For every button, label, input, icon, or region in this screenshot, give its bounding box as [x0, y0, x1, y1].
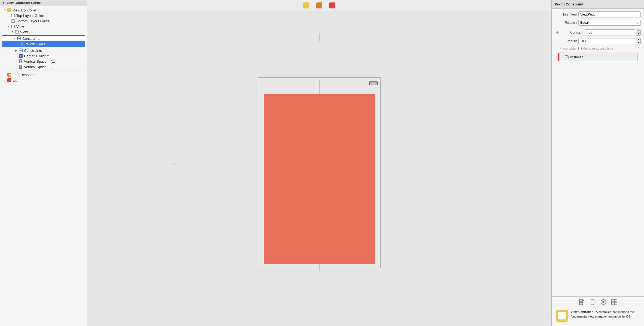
- bottom-icon-doc[interactable]: [578, 299, 585, 305]
- tree-item-vert-space-2[interactable]: Vertical Space – (…: [0, 64, 87, 70]
- bottom-icon-grid[interactable]: [611, 299, 618, 305]
- tree-item-constraints[interactable]: Constraints: [2, 36, 85, 41]
- tree-item-vert-space-1[interactable]: Vertical Space – (…: [0, 59, 87, 64]
- placeholder-row: Placeholder Remove at build time: [555, 47, 641, 50]
- top-tick: [319, 33, 320, 41]
- bottom-icon-phone[interactable]: [589, 299, 596, 305]
- toolbar-icon-yellow[interactable]: [302, 2, 310, 9]
- tree-area: View Controller Top Layout Guide Bottom …: [0, 6, 87, 326]
- label-bottom-layout: Bottom Layout Guide: [16, 19, 50, 23]
- svg-point-15: [592, 304, 593, 304]
- icon-vert-space-2: [19, 65, 23, 69]
- label-view-inner: View: [20, 30, 28, 34]
- width-indicator: [264, 262, 375, 264]
- tree-item-view-outer[interactable]: View: [0, 24, 87, 29]
- triangle-constraints-2: [15, 49, 18, 52]
- first-item-label: First Item: [555, 13, 577, 16]
- svg-rect-20: [612, 302, 614, 305]
- vc-logo-inner: [558, 312, 566, 319]
- first-item-row: First Item View.Width ⌄: [555, 11, 641, 17]
- relation-arrow: ⌄: [637, 21, 639, 24]
- label-top-layout: Top Layout Guide: [16, 14, 44, 18]
- placeholder-label: Placeholder: [555, 47, 577, 50]
- bottom-icons: [578, 299, 618, 305]
- triangle-vc: [4, 9, 7, 11]
- scene-title: View Controller Scene: [6, 1, 41, 5]
- tree-item-exit[interactable]: → Exit: [0, 77, 87, 83]
- icon-vert-space-1: [19, 59, 23, 64]
- phone-frame: [258, 77, 381, 268]
- label-vert-space-2: Vertical Space – (…: [24, 65, 55, 69]
- canvas-area: [87, 11, 551, 326]
- constant-stepper-up[interactable]: ▲: [636, 29, 640, 32]
- priority-stepper-down[interactable]: ▼: [636, 41, 640, 44]
- first-item-value: View.Width: [580, 13, 596, 16]
- constant-label: Constant: [561, 31, 583, 34]
- triangle-view-outer: [8, 25, 10, 28]
- canvas-toolbar: [87, 0, 551, 11]
- first-item-select[interactable]: View.Width ⌄: [578, 11, 641, 17]
- label-exit: Exit: [13, 78, 19, 82]
- priority-input[interactable]: [578, 38, 635, 44]
- constant-add-icon[interactable]: +: [555, 30, 560, 35]
- constraint-title: Width Constraint: [552, 0, 644, 9]
- constant-input[interactable]: [585, 29, 635, 35]
- bottom-icon-circle[interactable]: [600, 299, 607, 305]
- svg-rect-11: [579, 299, 583, 305]
- priority-stepper[interactable]: ▲ ▼: [636, 38, 641, 44]
- svg-rect-18: [612, 299, 614, 302]
- scene-triangle[interactable]: ▼: [2, 2, 5, 4]
- triangle-view-inner: [11, 31, 14, 33]
- toolbar-icon-red[interactable]: [329, 2, 336, 9]
- tree-item-center-x[interactable]: Center X Alignm…: [0, 53, 87, 59]
- constant-stepper-down[interactable]: ▼: [636, 32, 640, 35]
- label-first-responder: First Responder: [13, 73, 38, 77]
- right-panel: Width Constraint First Item View.Width ⌄…: [551, 0, 644, 326]
- installed-label: Installed: [570, 55, 583, 59]
- vc-desc-title: View Controller: [571, 310, 593, 313]
- tree-item-bottom-layout[interactable]: Bottom Layout Guide: [0, 18, 87, 24]
- installed-section: + ✓ Installed: [558, 53, 637, 61]
- icon-view-outer: [11, 24, 15, 29]
- icon-exit: →: [7, 78, 11, 82]
- icon-center-x: [19, 54, 23, 58]
- red-view[interactable]: [264, 94, 375, 264]
- constant-row: + Constant ▲ ▼: [555, 29, 641, 36]
- priority-row: Priority ▲ ▼: [555, 38, 641, 44]
- constant-stepper[interactable]: ▲ ▼: [636, 29, 641, 36]
- vc-logo: [556, 310, 568, 322]
- right-bottom: View Controller – A controller that supp…: [552, 296, 644, 326]
- relation-value: Equal: [580, 21, 589, 25]
- icon-top-layout: [11, 13, 15, 18]
- svg-point-17: [602, 301, 604, 303]
- phone-content: [258, 89, 380, 268]
- left-panel: ▼ View Controller Scene View Controller …: [0, 0, 87, 326]
- battery-icon: [369, 81, 378, 85]
- vc-text: View Controller – A controller that supp…: [571, 310, 640, 319]
- toolbar-icon-orange[interactable]: [315, 2, 323, 9]
- installed-plus-icon[interactable]: +: [561, 55, 563, 59]
- svg-rect-21: [615, 302, 617, 305]
- placeholder-check-area: Remove at build time: [578, 47, 613, 50]
- tree-item-view-inner[interactable]: View: [0, 29, 87, 35]
- relation-label: Relation: [555, 21, 577, 25]
- priority-stepper-up[interactable]: ▲: [636, 38, 640, 41]
- tree-item-first-responder[interactable]: FR First Responder: [0, 72, 87, 77]
- scene-header: ▼ View Controller Scene: [0, 0, 87, 6]
- placeholder-checkbox[interactable]: [578, 47, 582, 50]
- placeholder-check-label: Remove at build time: [583, 47, 613, 50]
- tree-item-width-constraint[interactable]: Width – (400)…: [2, 41, 85, 47]
- label-vert-space-1: Vertical Space – (…: [24, 59, 55, 64]
- center-panel: →: [87, 0, 551, 326]
- tree-item-vc[interactable]: View Controller: [0, 7, 87, 13]
- installed-checkbox[interactable]: ✓: [565, 55, 569, 59]
- relation-select[interactable]: Equal ⌄: [578, 20, 641, 26]
- tree-item-constraints-2[interactable]: Constraints: [0, 48, 87, 53]
- divider-1: [555, 28, 641, 28]
- icon-bottom-layout: [11, 19, 15, 23]
- tree-item-top-layout[interactable]: Top Layout Guide: [0, 13, 87, 18]
- label-constraints: Constraints: [22, 37, 40, 41]
- triangle-constraints: [14, 37, 16, 40]
- icon-width-constraint: [21, 42, 25, 46]
- icon-first-responder: FR: [7, 73, 11, 77]
